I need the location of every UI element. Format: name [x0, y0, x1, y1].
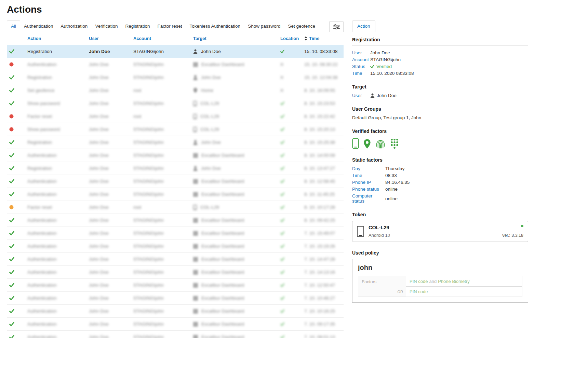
target-label: Excalibur Dashboard [201, 283, 244, 288]
table-row[interactable]: AuthenticationJohn DoeSTAGING\johnExcali… [7, 279, 344, 292]
tab-authorization[interactable]: Authorization [57, 21, 92, 32]
time-cell: 8. 10. 12:58:45 [304, 175, 344, 188]
row-status-cell [7, 266, 21, 278]
table-row[interactable]: Factor resetJohn DoerootCOL-L298. 10. 15… [7, 110, 344, 123]
table-row[interactable]: Factor resetJohn DoerootCOL-L298. 10. 10… [7, 201, 344, 214]
table-row[interactable]: RegistrationJohn DoeSTAGING\johnJohn Doe… [7, 45, 344, 58]
token-card[interactable]: COL-L29 Android 10 ver.: 3.3.18 [352, 221, 528, 242]
row-status-cell [7, 136, 21, 149]
user-label-cell: John Doe [89, 201, 133, 214]
column-header-target[interactable]: Target [193, 36, 279, 41]
field-value: online [385, 196, 398, 201]
tab-action[interactable]: Action [352, 20, 375, 32]
used-policy-heading: Used policy [352, 250, 528, 256]
time-label: 7. 10. 10:46:27 [304, 296, 335, 301]
location-none-icon [280, 76, 283, 79]
location-check-icon [280, 244, 284, 248]
table-row[interactable]: AuthenticationJohn DoeSTAGING\johnExcali… [7, 253, 344, 266]
account-label-cell: STAGING\john [133, 71, 193, 84]
location-check-icon [280, 127, 284, 131]
tab-factor-reset[interactable]: Factor reset [153, 21, 186, 32]
row-status-cell [7, 214, 21, 227]
target-label: Excalibur Dashboard [201, 322, 244, 327]
location-check-icon [280, 114, 284, 118]
detail-field: AccountSTAGING\john [352, 57, 528, 62]
time-label: 7. 10. 15:49:07 [304, 231, 335, 236]
dashboard-icon [193, 335, 198, 339]
field-label: Account [352, 57, 370, 62]
row-status-cell [7, 123, 21, 136]
time-cell: 15. 10. 08:33:08 [304, 45, 344, 58]
user-label-cell: John Doe [89, 71, 133, 84]
tab-tokenless-authentication[interactable]: Tokenless Authentication [186, 21, 244, 32]
user-label-cell: John Doe [89, 240, 133, 252]
account-label-cell: STAGING\john [133, 188, 193, 201]
pin-icon [193, 88, 198, 93]
location-cell [279, 136, 304, 149]
table-row[interactable]: AuthenticationJohn DoeSTAGING\johnExcali… [7, 318, 344, 331]
table-row[interactable]: AuthenticationJohn DoeSTAGING\johnExcali… [7, 292, 344, 305]
field-value: STAGING\john [370, 57, 401, 62]
action-label: Authentication [27, 153, 57, 158]
actions-page: Actions AllAuthenticationAuthorizationVe… [0, 0, 588, 338]
table-row[interactable]: RegistrationJohn DoeSTAGING\johnJohn Doe… [7, 136, 344, 149]
dashboard-icon [193, 153, 198, 158]
account-label-cell: STAGING\john [133, 331, 193, 338]
table-row[interactable]: AuthenticationJohn DoeSTAGING\johnExcali… [7, 58, 344, 71]
static-factors-heading: Static factors [352, 157, 528, 163]
detail-field: UserJohn Doe [352, 50, 528, 55]
table-row[interactable]: AuthenticationJohn DoeSTAGING\johnExcali… [7, 227, 344, 240]
user-label: John Doe [89, 114, 109, 119]
tab-verification[interactable]: Verification [91, 21, 121, 32]
time-label: 8. 10. 15:22:42 [304, 114, 335, 119]
table-row[interactable]: AuthenticationJohn DoeSTAGING\johnExcali… [7, 214, 344, 227]
column-header-action[interactable]: Action [21, 36, 89, 41]
location-cell [279, 227, 304, 240]
table-row[interactable]: AuthenticationJohn DoeSTAGING\johnExcali… [7, 266, 344, 279]
target-heading: Target [352, 84, 528, 90]
tab-authentication[interactable]: Authentication [20, 21, 57, 32]
field-label: User [352, 50, 370, 55]
column-header-user[interactable]: User [89, 36, 133, 41]
table-row[interactable]: AuthenticationJohn DoeSTAGING\johnExcali… [7, 305, 344, 318]
row-status-cell [7, 58, 21, 71]
table-row[interactable]: AuthenticationJohn DoeSTAGING\johnExcali… [7, 149, 344, 162]
tab-all[interactable]: All [7, 20, 20, 32]
tab-registration[interactable]: Registration [121, 21, 153, 32]
location-check-icon [280, 218, 284, 222]
status-success-icon [9, 75, 14, 80]
tab-set-geofence[interactable]: Set geofence [284, 21, 319, 32]
time-label: 8. 10. 12:58:45 [304, 179, 335, 184]
table-row[interactable]: Show passwordJohn DoeSTAGING\johnCOL-L29… [7, 97, 344, 110]
phone-icon [193, 101, 197, 106]
table-row[interactable]: RegistrationJohn DoeSTAGING\johnJohn Doe… [7, 162, 344, 175]
table-row[interactable]: Show passwordJohn DoeSTAGING\johnCOL-L29… [7, 123, 344, 136]
account-label: root [133, 205, 141, 210]
tab-show-password[interactable]: Show password [244, 21, 284, 32]
table-body: RegistrationJohn DoeSTAGING\johnJohn Doe… [7, 45, 344, 338]
column-header-account[interactable]: Account [133, 36, 193, 41]
table-row[interactable]: AuthenticationJohn DoeSTAGING\johnExcali… [7, 240, 344, 253]
policy-rule: PIN codeandPhone Biometry [406, 276, 522, 286]
target-cell: John Doe [193, 136, 279, 149]
status-success-icon [9, 335, 14, 338]
location-cell [279, 266, 304, 278]
table-row[interactable]: AuthenticationJohn DoeSTAGING\johnExcali… [7, 175, 344, 188]
page-title: Actions [7, 4, 581, 15]
target-cell: COL-L29 [193, 123, 279, 136]
detail-tabbar: Action [352, 20, 528, 32]
time-label: 8. 10. 10:17:28 [304, 205, 335, 210]
table-row[interactable]: AuthenticationJohn DoeSTAGING\johnExcali… [7, 188, 344, 201]
filter-button[interactable] [329, 21, 344, 32]
user-label: John Doe [89, 231, 109, 236]
table-row[interactable]: Set geofenceJohn DoerootHome8. 10. 16:09… [7, 84, 344, 97]
target-label: John Doe [201, 75, 221, 80]
action-label-cell: Authentication [21, 331, 89, 338]
table-row[interactable]: RegistrationJohn DoeSTAGING\johnJohn Doe… [7, 71, 344, 84]
column-header-time[interactable]: Time [304, 36, 344, 41]
target-cell: Excalibur Dashboard [193, 253, 279, 265]
column-header-location[interactable]: Location [279, 36, 304, 41]
user-label-cell: John Doe [89, 279, 133, 291]
table-row[interactable]: AuthenticationJohn DoeSTAGING\johnExcali… [7, 331, 344, 338]
account-label: STAGING\john [133, 140, 164, 145]
